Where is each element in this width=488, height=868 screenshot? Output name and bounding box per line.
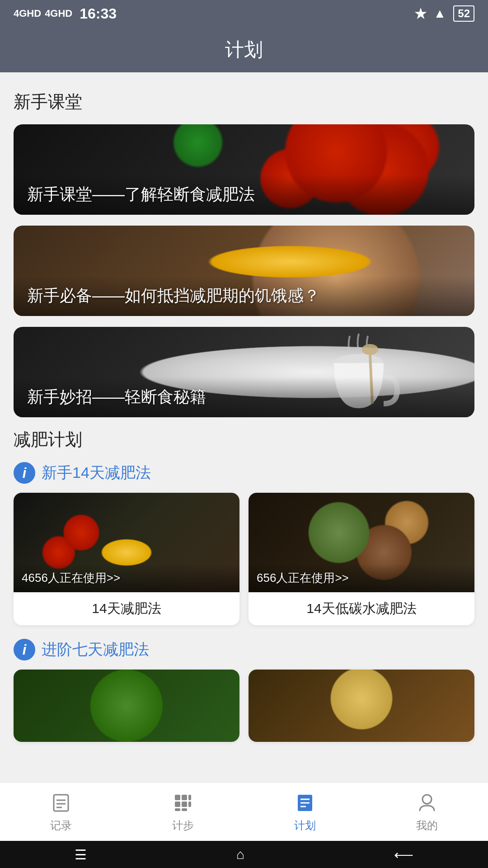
svg-rect-11 bbox=[182, 802, 187, 807]
nav-item-plan[interactable]: 计划 bbox=[244, 791, 366, 833]
plan-card-2[interactable]: 656人正在使用>> 14天低碳水减肥法 bbox=[249, 493, 474, 625]
subsection-beginner-title: i 新手14天减肥法 bbox=[14, 462, 474, 484]
beginner-section: 新手课堂 新手课堂——了解轻断食减肥法 新手必备——如何抵挡减肥期的饥饿感？ bbox=[14, 90, 474, 417]
status-right: ★ ▲ 52 bbox=[414, 5, 474, 22]
svg-point-1 bbox=[362, 344, 378, 355]
mine-icon bbox=[415, 791, 439, 815]
advanced-card-1[interactable] bbox=[14, 670, 239, 742]
svg-rect-10 bbox=[175, 802, 180, 807]
beginner-card-3-label: 新手妙招——轻断食秘籍 bbox=[14, 377, 474, 417]
plan-card-1-user-count: 4656人正在使用>> bbox=[14, 564, 239, 592]
nav-label-plan: 计划 bbox=[294, 818, 316, 833]
svg-rect-3 bbox=[54, 795, 68, 811]
signal-indicator-2: 4GHD bbox=[45, 8, 72, 19]
svg-rect-13 bbox=[175, 808, 180, 811]
page-header: 计划 bbox=[0, 27, 488, 72]
nav-label-steps: 计步 bbox=[172, 818, 194, 833]
svg-point-19 bbox=[422, 795, 432, 804]
plan-section-title: 减肥计划 bbox=[14, 428, 474, 451]
android-menu-button[interactable]: ☰ bbox=[75, 847, 87, 863]
signal-indicator-1: 4GHD bbox=[14, 8, 41, 19]
plan-card-1[interactable]: 4656人正在使用>> 14天减肥法 bbox=[14, 493, 239, 625]
advanced-cards-row bbox=[14, 670, 474, 751]
svg-rect-9 bbox=[188, 795, 191, 800]
beginner-card-2[interactable]: 新手必备——如何抵挡减肥期的饥饿感？ bbox=[14, 226, 474, 316]
android-nav-bar: ☰ ⌂ ⟵ bbox=[0, 841, 488, 868]
beginner-card-1[interactable]: 新手课堂——了解轻断食减肥法 bbox=[14, 124, 474, 215]
nav-item-mine[interactable]: 我的 bbox=[366, 791, 488, 833]
beginner-card-1-label: 新手课堂——了解轻断食减肥法 bbox=[14, 175, 474, 215]
svg-rect-7 bbox=[175, 795, 180, 800]
plan-card-1-image: 4656人正在使用>> bbox=[14, 493, 239, 592]
info-icon-advanced: i bbox=[14, 639, 35, 660]
nav-item-steps[interactable]: 计步 bbox=[122, 791, 244, 833]
plan-cards-row-beginner: 4656人正在使用>> 14天减肥法 656人正在使用>> 14天低碳水减肥法 bbox=[14, 493, 474, 625]
nav-item-record[interactable]: 记录 bbox=[0, 791, 122, 833]
advanced-card-2[interactable] bbox=[249, 670, 474, 742]
beginner-card-2-label: 新手必备——如何抵挡减肥期的饥饿感？ bbox=[14, 276, 474, 316]
info-icon-beginner: i bbox=[14, 462, 35, 484]
advanced-card-1-image bbox=[14, 670, 239, 742]
time-display: 16:33 bbox=[80, 5, 117, 22]
subsection-beginner-label: 新手14天减肥法 bbox=[42, 462, 151, 483]
android-back-button[interactable]: ⟵ bbox=[394, 847, 413, 863]
subsection-advanced-title: i 进阶七天减肥法 bbox=[14, 639, 474, 660]
bluetooth-icon: ★ bbox=[414, 6, 427, 22]
plan-card-2-image: 656人正在使用>> bbox=[249, 493, 474, 592]
beginner-card-3[interactable]: 新手妙招——轻断食秘籍 bbox=[14, 327, 474, 417]
android-home-button[interactable]: ⌂ bbox=[236, 847, 244, 862]
steps-icon bbox=[171, 791, 195, 815]
status-bar: 4GHD 4GHD 16:33 ★ ▲ 52 bbox=[0, 0, 488, 27]
nav-label-record: 记录 bbox=[50, 818, 72, 833]
plan-card-2-title: 14天低碳水减肥法 bbox=[249, 592, 474, 625]
status-left: 4GHD 4GHD 16:33 bbox=[14, 5, 117, 22]
svg-rect-14 bbox=[182, 808, 187, 811]
page-title: 计划 bbox=[225, 37, 263, 62]
wifi-icon: ▲ bbox=[434, 6, 446, 21]
subsection-advanced-label: 进阶七天减肥法 bbox=[42, 639, 149, 660]
beginner-section-title: 新手课堂 bbox=[14, 90, 474, 113]
record-icon bbox=[49, 791, 73, 815]
plan-card-2-user-count: 656人正在使用>> bbox=[249, 564, 474, 592]
battery-indicator: 52 bbox=[453, 5, 474, 22]
svg-rect-12 bbox=[188, 802, 191, 807]
bottom-navigation: 记录 计步 计划 bbox=[0, 782, 488, 841]
plan-icon bbox=[293, 791, 317, 815]
nav-label-mine: 我的 bbox=[416, 818, 438, 833]
advanced-card-2-image bbox=[249, 670, 474, 742]
plan-section: 减肥计划 i 新手14天减肥法 4656人正在使用>> 14天减肥法 656人正… bbox=[14, 428, 474, 751]
main-content: 新手课堂 新手课堂——了解轻断食减肥法 新手必备——如何抵挡减肥期的饥饿感？ bbox=[0, 72, 488, 841]
svg-rect-8 bbox=[182, 795, 187, 800]
plan-card-1-title: 14天减肥法 bbox=[14, 592, 239, 625]
